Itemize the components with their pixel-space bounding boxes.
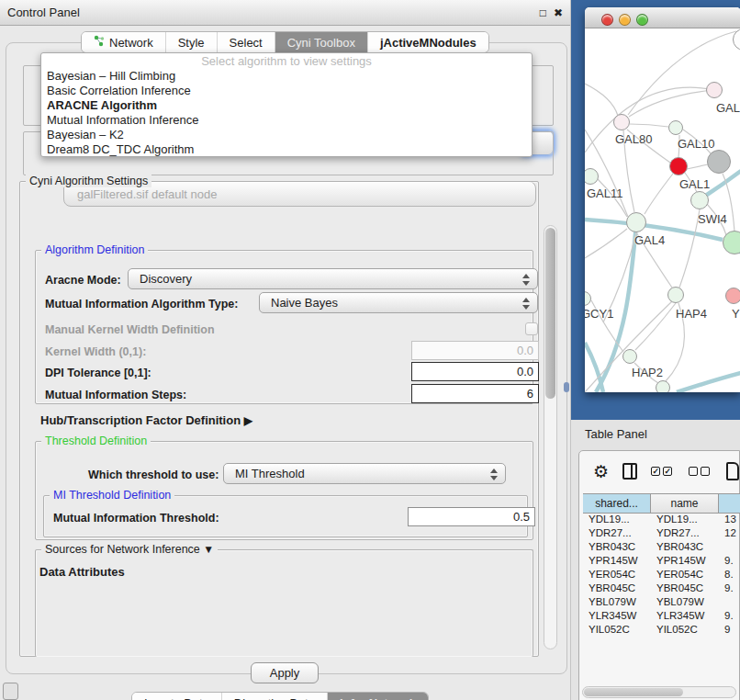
dropdown-item-label: Basic Correlation Inference [47,84,191,97]
column-header[interactable] [719,494,740,513]
dropdown-item[interactable]: Dream8 DC_TDC Algorithm [41,142,532,157]
manual-kernel-checkbox[interactable] [525,322,538,335]
panel-toggle-icon[interactable] [3,683,18,700]
network-node-unlabeled[interactable] [707,150,731,174]
new-column-icon[interactable] [726,462,739,480]
sources-title[interactable]: Sources for Network Inference ▼ [41,543,218,556]
unchecked-box-icon [701,467,710,476]
dropdown-item[interactable]: Mutual Information Inference [41,113,532,128]
dropdown-item[interactable]: Bayesian – K2 [41,128,532,142]
table-row[interactable]: YER054C YER054C 8. [583,569,740,582]
algorithm-definition-groupbox: Algorithm Definition Aracne Mode: Discov… [35,250,533,404]
cell-name: YLR345W [651,610,719,624]
mi-threshold-input[interactable]: 0.5 [408,507,535,526]
network-node-label: GAL11 [587,186,623,200]
network-node-unlabeled[interactable] [723,231,740,254]
network-node-hap2[interactable] [622,349,637,364]
sources-groupbox: Sources for Network Inference ▼ Data Att… [35,549,533,657]
dropdown-item-label: Mutual Information Inference [47,113,198,127]
network-node-swi4[interactable] [690,191,709,209]
mi-threshold-groupbox: MI Threshold Definition Mutual Informati… [43,495,528,537]
mi-threshold-label: Mutual Information Threshold: [53,512,219,525]
uncheck-all-icon[interactable] [689,467,712,476]
table-row[interactable]: YDL19... YDL19... 13 [583,514,740,527]
table-row[interactable]: YBR045C YBR045C 9. [583,582,740,596]
network-node-unlabeled[interactable] [656,380,670,392]
apply-button[interactable]: Apply [251,662,319,683]
aracne-mode-combobox[interactable]: Discovery [128,268,538,289]
network-node-gal10[interactable] [668,120,683,135]
network-edge [679,209,700,288]
panel-tab-label: Style [178,36,205,50]
mi-steps-label: Mutual Information Steps: [45,389,186,401]
scrollbar-thumb[interactable] [545,228,555,399]
panel-title: Control Panel [7,6,80,19]
network-node-gal4[interactable] [626,212,646,232]
split-columns-icon[interactable] [622,463,637,480]
cell-name: YDL19... [651,514,719,527]
network-node-label: GAL4 [634,233,665,247]
dropdown-item[interactable]: Basic Correlation Inference [41,84,532,98]
panel-tab[interactable]: Network [82,32,166,52]
panel-tab[interactable]: jActiveMNodules [368,32,488,52]
control-panel-tabs: Network Style Select Cyni Toolbo [81,31,489,53]
network-node-y[interactable] [725,288,740,304]
dpi-tolerance-input[interactable]: 0.0 [411,362,539,381]
hub-definition-toggle[interactable]: Hub/Transcription Factor Definition ▶ [40,413,252,427]
mi-type-value: Naive Bayes [271,296,338,310]
aracne-mode-label: Aracne Mode: [45,274,121,287]
threshold-definition-groupbox: Threshold Definition Which threshold to … [35,441,533,540]
close-icon[interactable]: ✖ [554,6,563,19]
table-row[interactable]: YBL079W YBL079W [583,596,740,610]
cell-shared-name: YLR345W [583,610,651,624]
minimize-traffic-light-icon[interactable] [619,14,631,26]
table-row[interactable]: YLR345W YLR345W 9. [583,610,740,624]
network-node-label: Y [732,307,740,321]
bottom-tab-label: Impute Data [144,696,209,700]
network-node-gal80[interactable] [613,114,630,130]
scrollbar-thumb[interactable] [584,688,683,696]
table-horizontal-scrollbar[interactable] [582,686,736,698]
dropdown-item[interactable]: Bayesian – Hill Climbing [41,69,532,84]
column-header[interactable]: shared... [583,494,651,513]
unchecked-box-icon [689,467,698,476]
bottom-tab[interactable]: Discretize Data [222,693,328,700]
network-canvas[interactable]: GAL7GAL80GAL10GAL1GAL11SWI4GAL4HAP4YGCY1… [585,28,740,392]
cell-shared-name: YER054C [583,569,651,582]
bottom-tab[interactable]: Impute Data [132,693,222,700]
checked-box-icon: ✓ [663,467,672,476]
zoom-traffic-light-icon[interactable] [636,14,648,26]
network-node-gal7[interactable] [706,82,723,98]
network-window-titlebar[interactable] [585,7,740,28]
gear-icon[interactable]: ⚙ [593,461,609,482]
mi-steps-input[interactable]: 6 [411,384,539,403]
settings-vertical-scrollbar[interactable] [544,225,557,649]
panel-splitter-handle[interactable] [564,382,569,392]
bottom-tab[interactable]: Infer Network [328,693,428,700]
panel-tab[interactable]: Select [218,32,275,52]
dropdown-items: Bayesian – Hill Climbing Basic Correlati… [41,69,532,157]
column-header[interactable]: name [651,494,719,513]
panel-tab[interactable]: Style [166,32,218,52]
network-node-gal1[interactable] [669,157,688,175]
network-view-window[interactable]: GAL7GAL80GAL10GAL1GAL11SWI4GAL4HAP4YGCY1… [585,7,740,392]
cell-value: 9 [719,624,740,638]
table-row[interactable]: YPR145W YPR145W 9. [583,555,740,569]
mi-type-combobox[interactable]: Naive Bayes [259,292,538,313]
network-node-hap4[interactable] [667,287,684,303]
which-threshold-combobox[interactable]: MI Threshold [223,463,506,484]
check-all-icon[interactable]: ✓ ✓ [651,467,675,476]
network-node-label: GAL10 [678,137,714,151]
float-window-icon[interactable]: □ [540,6,546,19]
table-row[interactable]: YDR27... YDR27... 12 [583,527,740,541]
desktop-background: GAL7GAL80GAL10GAL1GAL11SWI4GAL4HAP4YGCY1… [571,0,740,420]
dropdown-item[interactable]: ARACNE Algorithm [41,98,532,113]
cell-shared-name: YIL052C [583,624,651,638]
table-row[interactable]: YBR043C YBR043C [583,541,740,555]
panel-tab-label: jActiveMNodules [380,36,477,50]
network-node-label: SWI4 [698,212,727,226]
kernel-width-input[interactable]: 0.0 [411,341,539,360]
panel-tab[interactable]: Cyni Toolbox [275,32,368,52]
table-row[interactable]: YIL052C YIL052C 9 [583,624,740,638]
close-traffic-light-icon[interactable] [601,14,613,26]
